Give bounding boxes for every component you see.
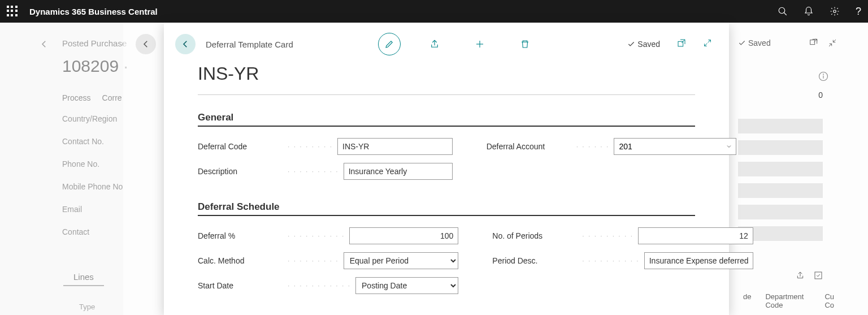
bg-lines-tab[interactable]: Lines <box>63 269 104 286</box>
bg-field-contact: Contact <box>62 221 123 243</box>
row-start-date: Start Date · · · · · · · · · · · Posting… <box>198 277 458 294</box>
bg-breadcrumb: Posted Purchase <box>62 38 127 48</box>
label-description: Description <box>198 167 285 176</box>
label-deferral-code: Deferral Code <box>198 142 285 151</box>
select-start-date[interactable]: Posting Date <box>355 277 458 294</box>
top-bar: Dynamics 365 Business Central ? <box>0 0 868 23</box>
bell-icon[interactable] <box>804 6 814 16</box>
bg-col-dept: Department Code <box>765 292 810 309</box>
page-title: Deferral Template Card <box>206 40 293 49</box>
bg-right-saved-label: Saved <box>748 38 771 48</box>
saved-label: Saved <box>637 40 660 49</box>
row-deferral-code: Deferral Code · · · · · · · · <box>198 138 453 155</box>
row-calc-method: Calc. Method · · · · · · · · · Equal per… <box>198 252 458 269</box>
label-deferral-pct: Deferral % <box>198 231 285 240</box>
dots: · · · · · · · · · · <box>582 257 639 265</box>
bg-type-column: Type <box>79 303 95 311</box>
bg-field-contact-no: Contact No. <box>62 130 123 153</box>
app-launcher-icon[interactable] <box>7 6 18 17</box>
search-icon[interactable] <box>778 6 788 16</box>
expand-box-icon[interactable] <box>814 271 823 280</box>
section-schedule-title[interactable]: Deferral Schedule <box>198 201 695 216</box>
back-button-bg2[interactable] <box>136 34 156 54</box>
background-right-panel: Saved 0 de Department Code CuCo <box>727 23 868 315</box>
bg-field-mobile: Mobile Phone No <box>62 175 123 198</box>
modal-header-right: Saved <box>627 38 712 50</box>
input-deferral-code[interactable] <box>337 138 453 155</box>
saved-indicator: Saved <box>627 40 660 49</box>
svg-point-0 <box>779 7 785 14</box>
dots: · · · · · · · · · · <box>288 232 345 240</box>
dots: · · · · · · <box>576 143 610 150</box>
label-calc-method: Calc. Method <box>198 256 285 265</box>
dots: · · · · · · · · · <box>582 232 633 240</box>
bg-field-phone: Phone No. <box>62 153 123 175</box>
bg-column-headers: de Department Code CuCo <box>743 292 834 309</box>
svg-line-1 <box>784 12 787 15</box>
input-period-desc[interactable] <box>644 252 753 269</box>
label-no-periods: No. of Periods <box>492 231 580 240</box>
modal-body: INS-YR General Deferral Code · · · · · ·… <box>164 63 729 315</box>
label-period-desc: Period Desc. <box>492 256 580 265</box>
delete-button[interactable] <box>514 33 536 55</box>
share-button[interactable] <box>423 33 446 55</box>
input-deferral-pct[interactable] <box>349 227 458 244</box>
edit-button[interactable] <box>378 33 401 55</box>
bg-menu-process[interactable]: Process <box>62 93 91 102</box>
back-button-bg1[interactable] <box>34 34 54 54</box>
label-start-date: Start Date <box>198 281 285 290</box>
record-title: INS-YR <box>198 63 695 95</box>
share-icon[interactable] <box>796 271 805 280</box>
back-button[interactable] <box>175 34 196 54</box>
topbar-actions: ? <box>778 6 861 18</box>
schedule-section: Deferral % · · · · · · · · · · No. of Pe… <box>198 227 695 294</box>
bg-right-window-icons <box>809 38 837 48</box>
dots: · · · · · · · · · <box>288 167 339 175</box>
bg-doc-number: 108209 · <box>62 57 128 76</box>
row-no-periods: No. of Periods · · · · · · · · · <box>492 227 753 244</box>
svg-point-6 <box>823 74 824 75</box>
bg-menu-correct[interactable]: Corre <box>102 93 122 102</box>
bg-col-cu: CuCo <box>824 292 834 309</box>
popout-icon[interactable] <box>809 38 818 48</box>
row-deferral-pct: Deferral % · · · · · · · · · · <box>198 227 458 244</box>
row-deferral-account: Deferral Account · · · · · · <box>487 138 737 155</box>
dots: · · · · · · · · · <box>288 257 339 265</box>
row-description: Description · · · · · · · · · <box>198 163 453 180</box>
input-deferral-account[interactable] <box>614 142 722 151</box>
general-section: Deferral Code · · · · · · · · Deferral A… <box>198 138 695 180</box>
row-period-desc: Period Desc. · · · · · · · · · · <box>492 252 753 269</box>
bg-menu: Process Corre <box>62 93 122 102</box>
bg-zero-value: 0 <box>818 90 823 100</box>
lookup-deferral-account[interactable] <box>614 138 736 155</box>
bg-right-saved: Saved <box>738 38 771 48</box>
new-button[interactable] <box>468 33 491 55</box>
chevron-down-icon[interactable] <box>722 143 736 150</box>
help-icon[interactable]: ? <box>856 6 861 18</box>
toolbar <box>378 33 536 55</box>
popout-button[interactable] <box>677 38 686 50</box>
collapse-icon[interactable] <box>828 38 837 48</box>
info-icon[interactable] <box>818 71 828 84</box>
bg-col-de: de <box>743 292 751 309</box>
bg-bottom-icons <box>796 271 823 280</box>
input-description[interactable] <box>344 163 453 180</box>
bg-field-country: Country/Region <box>62 107 123 130</box>
bg-field-email: Email <box>62 198 123 221</box>
deferral-template-modal: Deferral Template Card Saved <box>164 23 729 315</box>
dots: · · · · · · · · · · · <box>288 282 351 290</box>
svg-point-2 <box>834 10 836 13</box>
bg-field-labels: Country/Region Contact No. Phone No. Mob… <box>62 107 123 243</box>
section-general-title[interactable]: General <box>198 112 695 127</box>
svg-rect-7 <box>815 272 822 279</box>
dots: · · · · · · · · <box>288 143 333 150</box>
app-title: Dynamics 365 Business Central <box>29 7 778 16</box>
modal-header: Deferral Template Card Saved <box>164 23 729 59</box>
gear-icon[interactable] <box>830 6 840 16</box>
expand-button[interactable] <box>703 38 712 50</box>
label-deferral-account: Deferral Account <box>487 142 574 151</box>
select-calc-method[interactable]: Equal per Period <box>344 252 459 269</box>
input-no-periods[interactable] <box>638 227 753 244</box>
